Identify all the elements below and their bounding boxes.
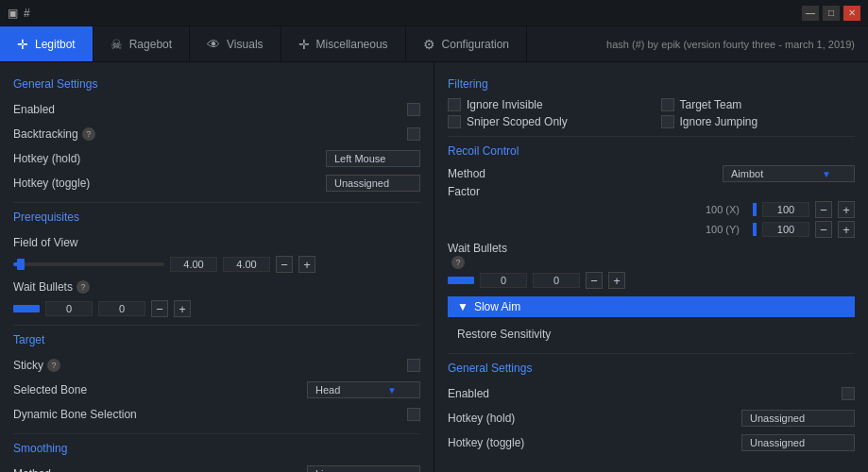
target-team-checkbox[interactable] xyxy=(661,98,674,111)
tabbar: ✛ Legitbot ☠ Ragebot 👁 Visuals ✛ Miscell… xyxy=(0,26,868,62)
recoil-method-label: Method xyxy=(448,167,523,180)
sniper-scoped-label: Sniper Scoped Only xyxy=(467,115,568,128)
factor-y-minus-btn[interactable]: − xyxy=(815,221,832,238)
target-title: Target xyxy=(13,333,420,346)
close-button[interactable]: ✕ xyxy=(843,6,860,21)
backtracking-row: Backtracking ? xyxy=(13,123,420,145)
fov-right-value: 4.00 xyxy=(223,257,270,272)
main-content: General Settings Enabled Backtracking ? … xyxy=(0,62,868,472)
right-hotkey-toggle-dropdown[interactable]: Unassigned xyxy=(741,434,855,451)
selected-bone-dropdown[interactable]: Head ▼ xyxy=(307,381,420,398)
titlebar: ▣ # — □ ✕ xyxy=(0,0,868,26)
maximize-button[interactable]: □ xyxy=(823,6,840,21)
right-hotkey-hold-label: Hotkey (hold) xyxy=(448,412,618,425)
backtracking-value xyxy=(183,127,420,141)
slow-aim-header[interactable]: ▼ Slow Aim xyxy=(448,296,855,317)
minimize-button[interactable]: — xyxy=(802,6,819,21)
target-team-label: Target Team xyxy=(680,98,742,111)
separator-3 xyxy=(13,433,420,434)
factor-x-minus-btn[interactable]: − xyxy=(815,201,832,218)
sniper-scoped-checkbox[interactable] xyxy=(448,115,461,128)
hotkey-hold-row: Hotkey (hold) Left Mouse xyxy=(13,147,420,170)
tab-config[interactable]: ⚙ Configuration xyxy=(406,26,527,61)
wait-bullets-minus-btn[interactable]: − xyxy=(151,300,168,317)
backtracking-help-icon[interactable]: ? xyxy=(82,127,95,141)
smoothing-method-dropdown[interactable]: Linear ▼ xyxy=(307,465,420,472)
enabled-row: Enabled xyxy=(13,98,420,121)
recoil-method-dropdown[interactable]: Aimbot ▼ xyxy=(723,165,855,182)
recoil-factor-label: Factor xyxy=(448,185,523,198)
wait-bullets-left-value: 0 xyxy=(45,301,93,316)
right-separator-2 xyxy=(448,353,855,354)
right-separator-1 xyxy=(448,136,855,137)
factor-x-bar xyxy=(753,203,757,216)
ignore-invisible-label: Ignore Invisible xyxy=(467,98,543,111)
enabled-label: Enabled xyxy=(13,103,183,116)
selected-bone-value: Head ▼ xyxy=(183,381,420,398)
smoothing-method-row: Method Linear ▼ xyxy=(13,463,420,472)
factor-x-plus-btn[interactable]: + xyxy=(838,201,855,218)
tab-visuals-label: Visuals xyxy=(227,38,263,51)
right-enabled-value xyxy=(618,387,855,400)
wait-bullets-row: Wait Bullets ? xyxy=(13,276,420,298)
hotkey-toggle-dropdown[interactable]: Unassigned xyxy=(326,175,420,192)
sticky-help-icon[interactable]: ? xyxy=(47,359,60,372)
recoil-wait-bullets-slider[interactable] xyxy=(448,277,474,284)
fov-plus-btn[interactable]: + xyxy=(298,256,315,273)
header-text-area: hash (#) by epik (version fourty three -… xyxy=(527,26,868,61)
right-enabled-row: Enabled xyxy=(448,382,855,405)
tab-visuals[interactable]: 👁 Visuals xyxy=(190,26,281,61)
wait-bullets-right-value: 0 xyxy=(98,301,145,316)
fov-left-value: 4.00 xyxy=(170,257,217,272)
right-hotkey-toggle-label: Hotkey (toggle) xyxy=(448,436,618,449)
recoil-factor-label-row: Factor xyxy=(448,185,855,198)
tab-misc[interactable]: ✛ Miscellaneous xyxy=(281,26,406,61)
factor-y-row: 100 (Y) 100 − + xyxy=(448,221,855,238)
ignore-jumping-checkbox[interactable] xyxy=(661,115,674,128)
backtracking-checkbox[interactable] xyxy=(407,127,420,141)
recoil-wait-bullets-row: Wait Bullets ? xyxy=(448,242,855,269)
wait-bullets-slider[interactable] xyxy=(13,305,40,312)
right-panel: Filtering Ignore Invisible Target Team S… xyxy=(434,62,868,472)
ignore-jumping-item: Ignore Jumping xyxy=(661,115,856,128)
app-icon: ▣ xyxy=(8,7,18,20)
recoil-wait-bullets-label: Wait Bullets ? xyxy=(448,242,523,269)
recoil-wait-bullets-help-icon[interactable]: ? xyxy=(451,256,465,269)
right-hotkey-hold-row: Hotkey (hold) Unassigned xyxy=(448,407,855,430)
hotkey-hold-value[interactable]: Left Mouse xyxy=(183,150,420,167)
ignore-invisible-item: Ignore Invisible xyxy=(448,98,642,111)
dynamic-bone-checkbox[interactable] xyxy=(407,408,420,421)
factor-x-row: 100 (X) 100 − + xyxy=(448,201,855,218)
recoil-wait-minus-btn[interactable]: − xyxy=(586,272,603,289)
fov-minus-btn[interactable]: − xyxy=(276,256,293,273)
hotkey-hold-dropdown[interactable]: Left Mouse xyxy=(326,150,420,167)
filtering-row-2: Sniper Scoped Only Ignore Jumping xyxy=(448,115,855,128)
ignore-invisible-checkbox[interactable] xyxy=(448,98,461,111)
factor-y-plus-btn[interactable]: + xyxy=(838,221,855,238)
separator-1 xyxy=(13,202,420,203)
recoil-method-arrow: ▼ xyxy=(822,169,831,179)
hotkey-toggle-value: Unassigned xyxy=(183,175,420,192)
factor-x-value: 100 xyxy=(762,202,809,217)
tab-ragebot[interactable]: ☠ Ragebot xyxy=(94,26,190,61)
enabled-checkbox[interactable] xyxy=(407,103,420,116)
selected-bone-arrow: ▼ xyxy=(387,385,397,396)
sticky-checkbox[interactable] xyxy=(407,359,420,372)
fov-slider-track[interactable] xyxy=(13,262,164,266)
wait-bullets-help-icon[interactable]: ? xyxy=(77,280,90,294)
sticky-label: Sticky ? xyxy=(13,359,183,372)
recoil-wait-plus-btn[interactable]: + xyxy=(608,272,625,289)
tab-legitbot[interactable]: ✛ Legitbot xyxy=(0,26,94,61)
visuals-icon: 👁 xyxy=(207,37,220,52)
misc-icon: ✛ xyxy=(298,37,310,52)
wait-bullets-plus-btn[interactable]: + xyxy=(174,300,191,317)
smoothing-arrow: ▼ xyxy=(387,469,397,473)
prerequisites-title: Prerequisites xyxy=(13,211,420,224)
recoil-wait-bullets-slider-row: 0 0 − + xyxy=(448,272,855,289)
smoothing-method-value: Linear ▼ xyxy=(183,465,420,472)
factor-x-label: 100 (X) xyxy=(467,204,747,215)
right-enabled-checkbox[interactable] xyxy=(842,387,855,400)
right-hotkey-hold-dropdown[interactable]: Unassigned xyxy=(741,410,855,427)
wait-bullets-label: Wait Bullets ? xyxy=(13,280,183,294)
wait-bullets-slider-row: 0 0 − + xyxy=(13,300,420,317)
